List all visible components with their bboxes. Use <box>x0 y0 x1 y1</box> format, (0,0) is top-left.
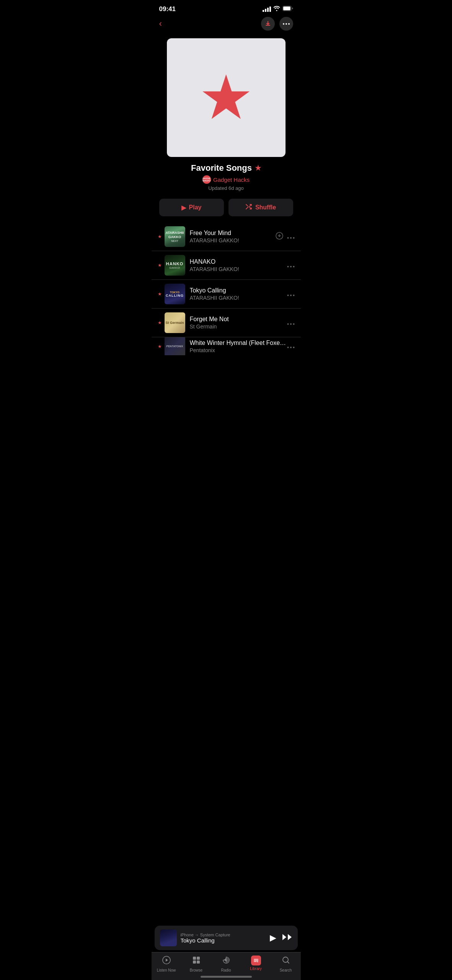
svg-point-16 <box>290 294 292 296</box>
song-title: Tokyo Calling <box>190 287 287 294</box>
svg-point-17 <box>293 294 294 296</box>
song-item[interactable]: ★ St Germain Forget Me Not St Germain <box>152 308 301 337</box>
svg-point-10 <box>290 237 292 238</box>
song-favorite-icon: ★ <box>158 344 165 349</box>
playlist-author[interactable]: GADGET HACKS Gadget Hacks <box>159 175 293 184</box>
svg-point-13 <box>290 266 292 267</box>
svg-point-12 <box>287 266 289 267</box>
status-time: 09:41 <box>159 5 176 13</box>
play-icon: ▶ <box>181 204 186 211</box>
song-thumbnail: St Germain <box>165 312 185 333</box>
song-item[interactable]: ★ TOKYO CALLING Tokyo Calling ATARASHII … <box>152 279 301 308</box>
svg-point-3 <box>286 23 287 24</box>
svg-point-15 <box>287 294 289 296</box>
back-button[interactable]: ‹ <box>159 19 162 29</box>
playlist-title: Favorite Songs ★ <box>159 163 293 173</box>
song-more-icon[interactable] <box>287 319 295 327</box>
song-download-icon[interactable] <box>276 232 283 242</box>
song-info: Free Your Mind ATARASHII GAKKO! <box>190 230 276 243</box>
song-info: Forget Me Not St Germain <box>190 316 287 330</box>
nav-actions <box>261 17 293 31</box>
song-thumbnail: PENTATONIX <box>165 337 185 355</box>
author-avatar: GADGET HACKS <box>202 175 211 184</box>
album-art: ★ <box>167 38 286 157</box>
author-name: Gadget Hacks <box>213 176 250 183</box>
song-info: Tokyo Calling ATARASHII GAKKO! <box>190 287 287 301</box>
battery-icon <box>282 6 293 13</box>
svg-point-11 <box>293 237 294 238</box>
song-info: White Winter Hymnal (Fleet Foxes Cover) … <box>190 340 287 353</box>
svg-point-9 <box>287 237 289 238</box>
action-buttons: ▶ Play Shuffle <box>152 193 301 221</box>
nav-bar: ‹ <box>152 15 301 35</box>
svg-rect-1 <box>283 7 290 10</box>
song-thumbnail: ATARASHIIGAKKO NEXT <box>165 226 185 247</box>
play-button[interactable]: ▶ Play <box>159 199 224 216</box>
bottom-spacer <box>152 357 301 418</box>
svg-point-4 <box>288 23 290 24</box>
svg-point-14 <box>293 266 294 267</box>
status-bar: 09:41 <box>152 0 301 15</box>
svg-point-2 <box>283 23 284 24</box>
shuffle-button[interactable]: Shuffle <box>228 199 293 216</box>
song-favorite-icon: ★ <box>158 263 165 268</box>
song-favorite-icon: ★ <box>158 291 165 297</box>
more-button[interactable] <box>279 17 293 31</box>
song-item[interactable]: ★ HANKO GAKKO! HANAKO ATARASHII GAKKO! <box>152 251 301 279</box>
svg-point-18 <box>287 323 289 325</box>
song-title: HANAKO <box>190 258 287 265</box>
status-icons <box>263 6 293 13</box>
playlist-star-icon: ★ <box>255 164 261 172</box>
signal-icon <box>263 7 271 12</box>
playlist-info: Favorite Songs ★ GADGET HACKS Gadget Hac… <box>152 157 301 193</box>
song-artist: St Germain <box>190 323 287 330</box>
song-thumbnail: HANKO GAKKO! <box>165 255 185 276</box>
song-favorite-icon: ★ <box>158 320 165 325</box>
song-list: ★ ATARASHIIGAKKO NEXT Free Your Mind ATA… <box>152 221 301 357</box>
wifi-icon <box>273 6 280 13</box>
song-item[interactable]: ★ ATARASHIIGAKKO NEXT Free Your Mind ATA… <box>152 222 301 251</box>
song-actions <box>276 232 295 242</box>
svg-point-23 <box>293 347 294 348</box>
song-more-icon[interactable] <box>287 261 295 270</box>
song-more-icon[interactable] <box>287 233 295 241</box>
song-thumbnail: TOKYO CALLING <box>165 284 185 304</box>
svg-point-21 <box>287 347 289 348</box>
svg-point-22 <box>290 347 292 348</box>
song-item[interactable]: ★ PENTATONIX White Winter Hymnal (Fleet … <box>152 337 301 355</box>
playlist-updated: Updated 6d ago <box>159 185 293 191</box>
download-button[interactable] <box>261 17 275 31</box>
song-title: Free Your Mind <box>190 230 276 237</box>
svg-point-19 <box>290 323 292 325</box>
song-artist: ATARASHII GAKKO! <box>190 295 287 301</box>
song-more-icon[interactable] <box>287 342 295 350</box>
song-more-icon[interactable] <box>287 290 295 298</box>
svg-point-20 <box>293 323 294 325</box>
song-actions <box>287 290 295 298</box>
album-art-container: ★ <box>152 35 301 157</box>
song-title: Forget Me Not <box>190 316 287 323</box>
song-artist: ATARASHII GAKKO! <box>190 237 276 243</box>
shuffle-icon <box>245 204 252 211</box>
song-artist: ATARASHII GAKKO! <box>190 266 287 272</box>
song-actions <box>287 342 295 350</box>
star-artwork: ★ <box>199 67 253 128</box>
song-actions <box>287 261 295 270</box>
song-favorite-icon: ★ <box>158 234 165 239</box>
song-actions <box>287 319 295 327</box>
svg-text:HACKS: HACKS <box>202 180 210 182</box>
song-title: White Winter Hymnal (Fleet Foxes Cover) <box>190 340 287 346</box>
song-info: HANAKO ATARASHII GAKKO! <box>190 258 287 272</box>
song-artist: Pentatonix <box>190 347 287 353</box>
